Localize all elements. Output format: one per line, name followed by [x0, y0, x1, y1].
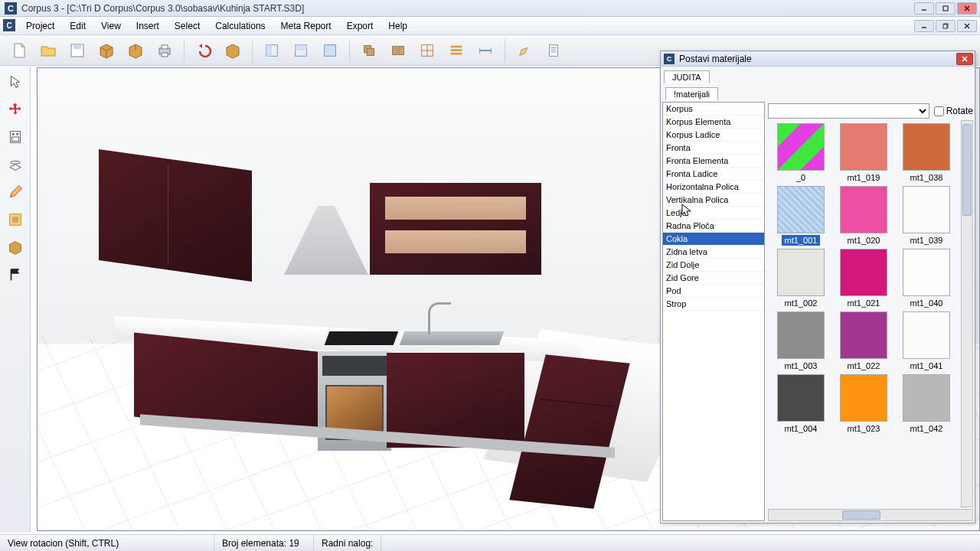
svg-rect-21 — [393, 46, 397, 54]
menu-help[interactable]: Help — [381, 18, 415, 34]
mdi-minimize-button[interactable] — [914, 20, 934, 32]
materials-swatch[interactable]: mt1_023 — [834, 374, 893, 434]
materials-category-item[interactable]: Horizontalna Polica — [663, 181, 764, 194]
svg-rect-20 — [367, 48, 374, 55]
section-c-button[interactable] — [317, 37, 343, 64]
draw-button[interactable] — [511, 37, 537, 64]
materials-category-item[interactable]: Korpus — [663, 103, 764, 116]
perspective-tool-button[interactable] — [4, 153, 27, 176]
materials-swatch[interactable]: mt1_021 — [834, 249, 893, 308]
open-file-button[interactable] — [35, 37, 61, 64]
materials-category-item[interactable]: Vertikalna Polica — [663, 194, 764, 207]
materials-swatch[interactable]: mt1_040 — [897, 249, 956, 308]
list-button[interactable] — [443, 37, 469, 64]
menu-select[interactable]: Select — [167, 18, 207, 34]
materials-swatch[interactable]: mt1_042 — [897, 374, 956, 434]
materials-swatch[interactable]: _0 — [771, 123, 831, 183]
materials-swatch[interactable]: mt1_019 — [834, 123, 893, 183]
materials-swatch-grid[interactable]: _0mt1_019mt1_038mt1_001mt1_020mt1_039mt1… — [768, 120, 959, 507]
grid-button[interactable] — [414, 37, 440, 64]
materials-swatch[interactable]: mt1_038 — [897, 123, 956, 183]
materials-swatch[interactable]: mt1_041 — [897, 311, 956, 371]
svg-rect-17 — [296, 44, 307, 50]
pencil-tool-button[interactable] — [4, 181, 27, 204]
menu-calculations[interactable]: Calculations — [207, 18, 273, 34]
new-file-button[interactable] — [6, 37, 32, 64]
materials-category-item[interactable]: Fronta — [663, 142, 764, 155]
materials-swatch[interactable]: mt1_022 — [834, 311, 893, 371]
svg-rect-10 — [74, 44, 81, 49]
materials-dropdown[interactable] — [768, 103, 929, 119]
svg-point-37 — [11, 133, 14, 135]
mdi-restore-button[interactable] — [936, 20, 956, 32]
materials-panel-close-button[interactable] — [956, 53, 973, 65]
menu-view[interactable]: View — [93, 18, 129, 34]
move-tool-button[interactable] — [4, 98, 27, 121]
menu-metareport[interactable]: Meta Report — [273, 18, 339, 34]
svg-rect-22 — [399, 46, 403, 54]
doc-icon: C — [3, 19, 15, 31]
package-open-button[interactable] — [122, 37, 149, 64]
texture-tool-button[interactable] — [4, 208, 27, 231]
statusbar: View rotacion (Shift, CTRL) Broj elemena… — [0, 534, 980, 551]
materials-category-item[interactable]: Zidna letva — [663, 246, 764, 259]
undo-button[interactable] — [191, 37, 217, 64]
materials-swatch[interactable]: mt1_002 — [771, 249, 831, 308]
materials-swatch[interactable]: mt1_004 — [771, 374, 831, 434]
mdi-close-button[interactable] — [957, 20, 977, 32]
materials-category-item[interactable]: Cokla — [663, 233, 764, 246]
status-cell-mode: View rotacion (Shift, CTRL) — [0, 535, 214, 551]
materials-swatch[interactable]: mt1_001 — [771, 186, 831, 246]
materials-tab-materijali[interactable]: !materijali — [665, 87, 718, 100]
materials-category-item[interactable]: Zid Dolje — [663, 259, 764, 272]
select-tool-button[interactable] — [4, 70, 27, 93]
box3d-button[interactable] — [220, 37, 246, 64]
materials-panel[interactable]: C Postavi materijale JUDITA !materijali … — [660, 51, 975, 523]
materials-category-list[interactable]: KorpusKorpus ElementaKorpus LadiceFronta… — [662, 102, 765, 521]
materials-panel-icon: C — [664, 54, 675, 64]
package-button[interactable] — [93, 37, 119, 64]
close-button[interactable] — [957, 2, 977, 15]
materials-category-item[interactable]: Pod — [663, 285, 764, 298]
materials-tab-judita[interactable]: JUDITA — [664, 70, 710, 83]
menu-export[interactable]: Export — [339, 18, 381, 34]
materials-vscrollbar[interactable] — [961, 120, 973, 507]
materials-swatch[interactable]: mt1_039 — [897, 186, 956, 246]
menu-project[interactable]: Project — [18, 18, 62, 34]
section-a-button[interactable] — [259, 37, 285, 64]
stack-a-button[interactable] — [356, 37, 382, 64]
box-tool-button[interactable] — [4, 236, 27, 259]
dimension-button[interactable] — [472, 37, 498, 64]
materials-category-item[interactable]: Fronta Ladice — [663, 168, 764, 181]
materials-category-item[interactable]: Zid Gore — [663, 272, 764, 285]
save-button[interactable] — [64, 37, 90, 64]
materials-category-item[interactable]: Strop — [663, 298, 764, 311]
minimize-button[interactable] — [914, 2, 934, 15]
materials-swatch[interactable]: mt1_020 — [834, 186, 893, 246]
flag-tool-button[interactable] — [4, 263, 27, 286]
svg-rect-1 — [943, 6, 948, 11]
menu-insert[interactable]: Insert — [129, 18, 167, 34]
rotate-checkbox[interactable] — [934, 106, 944, 116]
print-button[interactable] — [152, 37, 178, 64]
materials-category-item[interactable]: Fronta Elementa — [663, 155, 764, 168]
materials-category-item[interactable]: Radna Ploča — [663, 220, 764, 233]
materials-panel-titlebar[interactable]: C Postavi materijale — [661, 51, 975, 67]
stack-b-button[interactable] — [385, 37, 411, 64]
materials-hscrollbar[interactable] — [768, 509, 973, 521]
materials-panel-title: Postavi materijale — [679, 54, 752, 64]
maximize-button[interactable] — [936, 2, 956, 15]
report-button[interactable] — [541, 37, 567, 64]
window-titlebar: C Corpus 3 - [C:\Tri D Corpus\Corpus 3.0… — [0, 0, 980, 17]
section-b-button[interactable] — [288, 37, 314, 64]
materials-swatch[interactable]: mt1_003 — [771, 311, 831, 371]
svg-rect-6 — [943, 24, 947, 28]
svg-rect-28 — [451, 52, 462, 54]
menu-edit[interactable]: Edit — [62, 18, 93, 34]
materials-category-item[interactable]: Korpus Ladice — [663, 129, 764, 142]
appliance-tool-button[interactable] — [4, 126, 27, 148]
svg-point-40 — [10, 161, 20, 164]
rotate-checkbox-label[interactable]: Rotate — [934, 106, 973, 116]
materials-category-item[interactable]: Ledja — [663, 207, 764, 220]
materials-category-item[interactable]: Korpus Elementa — [663, 116, 764, 129]
